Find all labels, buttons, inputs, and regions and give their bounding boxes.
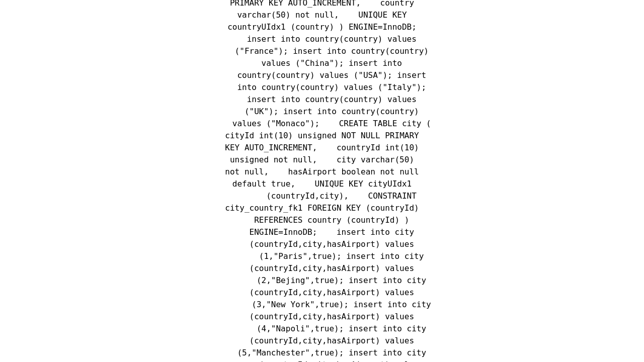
code-container: countryId int(10) unsigned NOT NULL PRIM…	[0, 0, 644, 362]
sql-code: countryId int(10) unsigned NOT NULL PRIM…	[50, 0, 594, 362]
